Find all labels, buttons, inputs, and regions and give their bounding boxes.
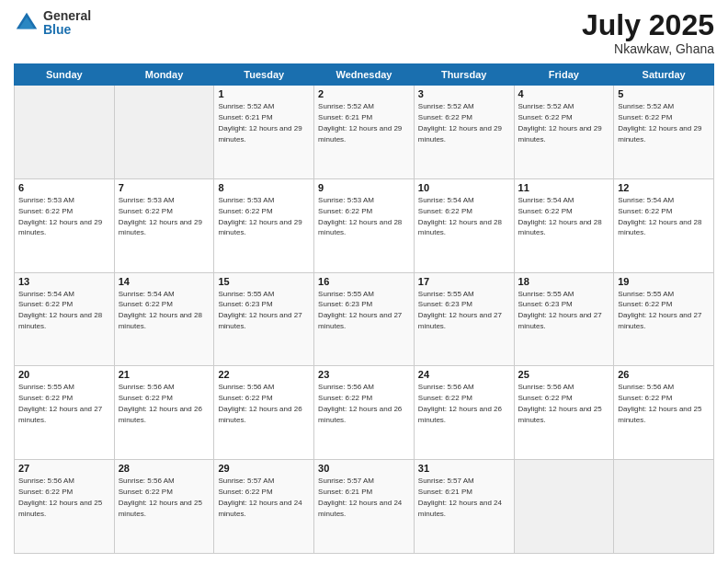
day-detail: Sunrise: 5:56 AMSunset: 6:22 PMDaylight:…	[218, 383, 301, 423]
table-row: 4 Sunrise: 5:52 AMSunset: 6:22 PMDayligh…	[514, 86, 614, 179]
day-number: 27	[18, 463, 110, 474]
table-row	[614, 460, 714, 554]
calendar-header-row: Sunday Monday Tuesday Wednesday Thursday…	[15, 64, 714, 86]
table-row: 8 Sunrise: 5:53 AMSunset: 6:22 PMDayligh…	[214, 178, 314, 272]
col-thursday: Thursday	[414, 64, 514, 86]
day-detail: Sunrise: 5:54 AMSunset: 6:22 PMDaylight:…	[618, 196, 701, 236]
day-detail: Sunrise: 5:56 AMSunset: 6:22 PMDaylight:…	[119, 477, 202, 517]
table-row: 24 Sunrise: 5:56 AMSunset: 6:22 PMDaylig…	[414, 366, 514, 460]
table-row: 22 Sunrise: 5:56 AMSunset: 6:22 PMDaylig…	[214, 366, 314, 460]
day-number: 1	[218, 88, 310, 99]
table-row: 7 Sunrise: 5:53 AMSunset: 6:22 PMDayligh…	[114, 178, 214, 272]
day-number: 5	[618, 88, 710, 99]
logo-general: General	[43, 9, 91, 23]
day-number: 12	[618, 182, 710, 193]
day-number: 2	[318, 88, 410, 99]
table-row: 5 Sunrise: 5:52 AMSunset: 6:22 PMDayligh…	[614, 86, 714, 179]
table-row: 17 Sunrise: 5:55 AMSunset: 6:23 PMDaylig…	[414, 272, 514, 366]
day-detail: Sunrise: 5:54 AMSunset: 6:22 PMDaylight:…	[418, 196, 502, 236]
day-number: 19	[618, 276, 710, 287]
col-saturday: Saturday	[614, 64, 714, 86]
table-row: 13 Sunrise: 5:54 AMSunset: 6:22 PMDaylig…	[15, 272, 115, 366]
day-number: 20	[18, 369, 110, 380]
table-row: 12 Sunrise: 5:54 AMSunset: 6:22 PMDaylig…	[614, 178, 714, 272]
day-detail: Sunrise: 5:52 AMSunset: 6:21 PMDaylight:…	[218, 102, 301, 143]
day-detail: Sunrise: 5:55 AMSunset: 6:22 PMDaylight:…	[618, 290, 701, 330]
day-number: 14	[119, 276, 210, 287]
day-number: 4	[518, 88, 610, 99]
table-row: 18 Sunrise: 5:55 AMSunset: 6:23 PMDaylig…	[514, 272, 614, 366]
table-row: 27 Sunrise: 5:56 AMSunset: 6:22 PMDaylig…	[15, 460, 115, 554]
day-detail: Sunrise: 5:55 AMSunset: 6:23 PMDaylight:…	[318, 290, 402, 330]
table-row: 19 Sunrise: 5:55 AMSunset: 6:22 PMDaylig…	[614, 272, 714, 366]
table-row: 2 Sunrise: 5:52 AMSunset: 6:21 PMDayligh…	[314, 86, 415, 179]
day-number: 11	[518, 182, 610, 193]
day-number: 18	[518, 276, 610, 287]
day-detail: Sunrise: 5:54 AMSunset: 6:22 PMDaylight:…	[18, 290, 102, 330]
title-location: Nkawkaw, Ghana	[582, 41, 714, 56]
table-row	[514, 460, 614, 554]
table-row: 1 Sunrise: 5:52 AMSunset: 6:21 PMDayligh…	[214, 86, 314, 179]
day-number: 31	[418, 463, 510, 474]
day-detail: Sunrise: 5:53 AMSunset: 6:22 PMDaylight:…	[318, 196, 402, 236]
table-row: 25 Sunrise: 5:56 AMSunset: 6:22 PMDaylig…	[514, 366, 614, 460]
day-number: 26	[618, 369, 710, 380]
table-row	[15, 86, 115, 179]
day-number: 13	[18, 276, 110, 287]
page: General Blue July 2025 Nkawkaw, Ghana Su…	[0, 0, 728, 563]
col-tuesday: Tuesday	[214, 64, 314, 86]
day-detail: Sunrise: 5:52 AMSunset: 6:21 PMDaylight:…	[318, 102, 402, 143]
logo: General Blue	[14, 9, 91, 38]
table-row: 10 Sunrise: 5:54 AMSunset: 6:22 PMDaylig…	[414, 178, 514, 272]
day-detail: Sunrise: 5:54 AMSunset: 6:22 PMDaylight:…	[518, 196, 602, 236]
logo-text: General Blue	[43, 9, 91, 38]
day-detail: Sunrise: 5:52 AMSunset: 6:22 PMDaylight:…	[518, 102, 602, 143]
day-detail: Sunrise: 5:57 AMSunset: 6:21 PMDaylight:…	[318, 477, 402, 517]
day-detail: Sunrise: 5:55 AMSunset: 6:23 PMDaylight:…	[418, 290, 502, 330]
header: General Blue July 2025 Nkawkaw, Ghana	[14, 9, 714, 56]
day-detail: Sunrise: 5:54 AMSunset: 6:22 PMDaylight:…	[119, 290, 202, 330]
title-month: July 2025	[582, 9, 714, 41]
table-row: 15 Sunrise: 5:55 AMSunset: 6:23 PMDaylig…	[214, 272, 314, 366]
col-sunday: Sunday	[15, 64, 115, 86]
day-detail: Sunrise: 5:52 AMSunset: 6:22 PMDaylight:…	[618, 102, 701, 143]
col-wednesday: Wednesday	[314, 64, 415, 86]
table-row: 14 Sunrise: 5:54 AMSunset: 6:22 PMDaylig…	[114, 272, 214, 366]
day-number: 7	[119, 182, 210, 193]
day-number: 16	[318, 276, 410, 287]
table-row: 16 Sunrise: 5:55 AMSunset: 6:23 PMDaylig…	[314, 272, 415, 366]
day-number: 30	[318, 463, 410, 474]
logo-icon	[14, 10, 40, 36]
day-number: 22	[218, 369, 310, 380]
day-number: 23	[318, 369, 410, 380]
day-number: 8	[218, 182, 310, 193]
table-row: 30 Sunrise: 5:57 AMSunset: 6:21 PMDaylig…	[314, 460, 415, 554]
table-row: 11 Sunrise: 5:54 AMSunset: 6:22 PMDaylig…	[514, 178, 614, 272]
table-row: 9 Sunrise: 5:53 AMSunset: 6:22 PMDayligh…	[314, 178, 415, 272]
calendar-week-row: 1 Sunrise: 5:52 AMSunset: 6:21 PMDayligh…	[15, 86, 714, 179]
day-number: 25	[518, 369, 610, 380]
calendar-week-row: 20 Sunrise: 5:55 AMSunset: 6:22 PMDaylig…	[15, 366, 714, 460]
day-number: 24	[418, 369, 510, 380]
col-friday: Friday	[514, 64, 614, 86]
day-detail: Sunrise: 5:56 AMSunset: 6:22 PMDaylight:…	[618, 383, 701, 423]
table-row: 20 Sunrise: 5:55 AMSunset: 6:22 PMDaylig…	[15, 366, 115, 460]
day-detail: Sunrise: 5:55 AMSunset: 6:23 PMDaylight:…	[518, 290, 602, 330]
table-row: 21 Sunrise: 5:56 AMSunset: 6:22 PMDaylig…	[114, 366, 214, 460]
calendar-week-row: 6 Sunrise: 5:53 AMSunset: 6:22 PMDayligh…	[15, 178, 714, 272]
col-monday: Monday	[114, 64, 214, 86]
calendar-week-row: 13 Sunrise: 5:54 AMSunset: 6:22 PMDaylig…	[15, 272, 714, 366]
table-row: 3 Sunrise: 5:52 AMSunset: 6:22 PMDayligh…	[414, 86, 514, 179]
table-row: 23 Sunrise: 5:56 AMSunset: 6:22 PMDaylig…	[314, 366, 415, 460]
day-detail: Sunrise: 5:55 AMSunset: 6:22 PMDaylight:…	[18, 383, 102, 423]
table-row: 28 Sunrise: 5:56 AMSunset: 6:22 PMDaylig…	[114, 460, 214, 554]
day-detail: Sunrise: 5:56 AMSunset: 6:22 PMDaylight:…	[518, 383, 602, 423]
day-detail: Sunrise: 5:56 AMSunset: 6:22 PMDaylight:…	[318, 383, 402, 423]
day-detail: Sunrise: 5:56 AMSunset: 6:22 PMDaylight:…	[418, 383, 502, 423]
table-row: 6 Sunrise: 5:53 AMSunset: 6:22 PMDayligh…	[15, 178, 115, 272]
table-row	[114, 86, 214, 179]
day-detail: Sunrise: 5:57 AMSunset: 6:22 PMDaylight:…	[218, 477, 301, 517]
title-block: July 2025 Nkawkaw, Ghana	[582, 9, 714, 56]
day-detail: Sunrise: 5:56 AMSunset: 6:22 PMDaylight:…	[119, 383, 202, 423]
day-detail: Sunrise: 5:57 AMSunset: 6:21 PMDaylight:…	[418, 477, 502, 517]
